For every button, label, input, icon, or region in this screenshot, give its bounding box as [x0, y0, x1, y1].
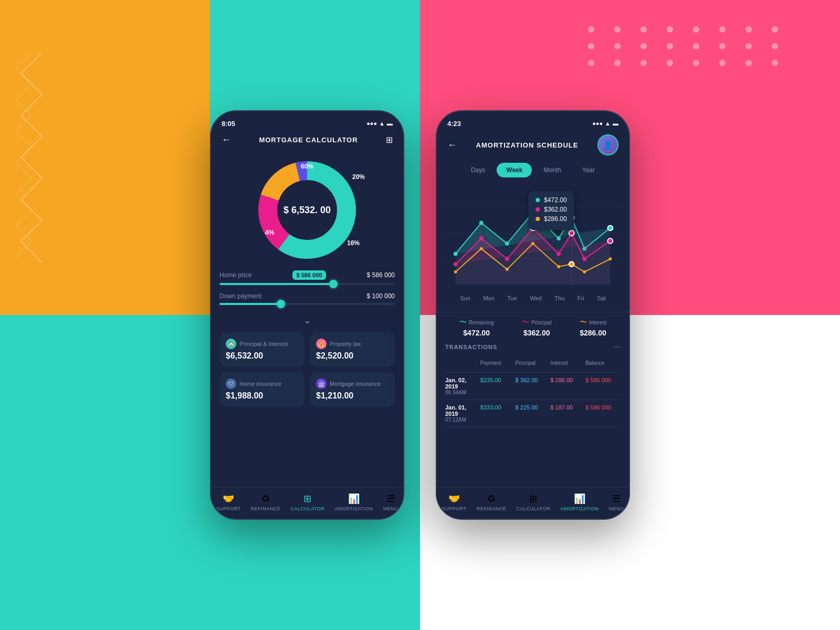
chart-dot-pink-5 — [556, 252, 561, 256]
amortization-icon: 📊 — [348, 493, 360, 505]
tx2-payment: $333.00 — [480, 404, 516, 423]
transactions-section: TRANSACTIONS ··· Payment Principal Inter… — [437, 342, 629, 427]
chart-dot-orange-2 — [480, 247, 483, 250]
home-price-slider-fill — [219, 283, 333, 285]
donut-amount: $ 6,532. 00 — [284, 205, 331, 216]
phone1-filter-icon[interactable]: ⊞ — [386, 135, 393, 145]
refinance-icon-2: ♻ — [487, 493, 496, 505]
nav-refinance-label: REFINaNce — [251, 506, 281, 511]
remaining-value: $472.00 — [459, 329, 494, 337]
nav2-support[interactable]: 🤝 SUPPORT — [442, 493, 467, 511]
support-icon: 🤝 — [223, 493, 234, 505]
nav-menu[interactable]: ☰ MENU — [383, 493, 398, 511]
chart-dot-pink-3 — [505, 257, 509, 261]
calculator-icon: ⊞ — [303, 493, 311, 505]
nav-support-label: SUPPORT — [216, 506, 241, 511]
tax-value: $2,520.00 — [316, 351, 388, 361]
interest-legend-value: $286.00 — [580, 329, 606, 337]
expand-button[interactable]: ⌄ — [219, 312, 395, 328]
chart-tooltip: $472.00 $362.00 $286.00 — [528, 191, 574, 230]
principal-wave-icon: 〜 — [522, 318, 529, 327]
day-wed: Wed — [530, 295, 541, 301]
phone1-notch — [276, 111, 339, 126]
chart-dot-teal-1 — [454, 252, 458, 256]
phone1-back-button[interactable]: ← — [222, 134, 231, 145]
mortgage-ins-label: Mortgage insurance — [330, 381, 381, 387]
insurance-value: $1,988.00 — [226, 391, 298, 401]
phone-mortgage-calculator: 8:05 ●●● ▲ ▬ ← MORTGAGE CALCULATOR ⊞ — [210, 110, 404, 520]
mortgage-ins-icon: 🏦 — [316, 379, 327, 389]
chart-dot-pink-8 — [607, 238, 613, 244]
nav2-amortization-label: AMORTIZATION — [560, 506, 598, 511]
chart-dot-orange-4 — [531, 242, 534, 245]
remaining-wave-icon: 〜 — [459, 318, 467, 327]
phone2-notch — [501, 111, 564, 126]
tab-week[interactable]: Week — [497, 163, 532, 177]
more-options-icon[interactable]: ··· — [614, 342, 621, 352]
remaining-label: Remaining — [469, 320, 494, 326]
period-tabs: Days Week Month Year — [437, 160, 629, 181]
nav-refinance[interactable]: ♻ REFINaNce — [251, 493, 281, 511]
chart-dot-orange-5 — [557, 265, 560, 268]
nav2-menu[interactable]: ☰ MENU — [609, 493, 624, 511]
support-icon-2: 🤝 — [448, 493, 460, 505]
nav-calculator[interactable]: ⊞ CALCULATOR — [290, 493, 324, 511]
phone1-header: ← MORTGAGE CALCULATOR ⊞ — [211, 130, 403, 150]
nav2-calculator[interactable]: ⊞ CALCULATOR — [516, 493, 550, 511]
menu-icon-2: ☰ — [612, 493, 621, 505]
transactions-header: TRANSACTIONS ··· — [445, 342, 621, 352]
mortgage-insurance-card: 🏦 Mortgage insurance $1,210.00 — [310, 372, 395, 407]
nav-menu-label: MENU — [383, 506, 398, 511]
down-payment-slider-thumb[interactable] — [277, 300, 285, 308]
home-price-value: $ 586 000 — [367, 271, 395, 279]
nav-amortization-label: AMORTIZATION — [334, 506, 373, 511]
transactions-title: TRANSACTIONS — [445, 344, 497, 350]
interest-legend-label: Interest — [589, 320, 606, 326]
wifi-icon: ▲ — [379, 120, 385, 127]
nav-support[interactable]: 🤝 SUPPORT — [216, 493, 241, 511]
property-tax-card: 💰 Property tax $2,520.00 — [310, 332, 395, 367]
nav2-amortization[interactable]: 📊 AMORTIZATION — [560, 493, 598, 511]
home-price-badge: $ 586 000 — [292, 270, 327, 280]
chart-day-labels: Sun Mon Tue Wed Thu Fri Sat — [445, 295, 621, 301]
tab-days[interactable]: Days — [461, 163, 495, 177]
chart-dot-pink-7 — [582, 257, 586, 261]
nav2-refinance[interactable]: ♻ REFINaNce — [477, 493, 507, 511]
home-price-slider-thumb[interactable] — [329, 280, 338, 288]
down-payment-slider-fill — [219, 303, 281, 305]
tx1-payment: $235.00 — [480, 377, 516, 395]
tax-icon: 💰 — [316, 339, 327, 349]
principal-label: Principal & Interest — [239, 341, 288, 347]
pct-4: 4% — [265, 229, 274, 236]
tab-month[interactable]: Month — [534, 163, 570, 177]
tx2-date: Jan. 01, 2019 — [445, 404, 480, 417]
col-date-header — [445, 360, 480, 368]
tab-year[interactable]: Year — [573, 163, 604, 177]
chart-dot-orange-1 — [454, 270, 457, 274]
home-price-slider[interactable] — [219, 283, 395, 285]
tooltip-amount-principal: $362.00 — [544, 206, 566, 213]
phone-amortization: 4:23 ●●● ▲ ▬ ← AMORTIZATION SCHEDULE 👤 D… — [436, 110, 630, 520]
tx2-date-cell: Jan. 01, 2019 07:12AM — [445, 404, 480, 423]
nav-amortization[interactable]: 📊 AMORTIZATION — [334, 493, 373, 511]
home-price-label: Home price — [219, 271, 251, 279]
phone2-back-button[interactable]: ← — [447, 140, 457, 151]
amortization-chart: $472.00 $362.00 $286.00 — [437, 181, 629, 312]
avatar-image: 👤 — [598, 135, 617, 154]
signal-icon-2: ●●● — [592, 120, 603, 127]
battery-icon-2: ▬ — [613, 120, 618, 127]
tx1-date-cell: Jan. 02, 2019 06:34AM — [445, 377, 480, 395]
user-avatar[interactable]: 👤 — [597, 134, 618, 155]
down-payment-slider[interactable] — [219, 303, 395, 305]
amortization-icon-2: 📊 — [574, 493, 585, 505]
principal-legend-value: $362.00 — [522, 329, 551, 337]
tooltip-dot-remaining — [536, 198, 540, 202]
pct-20: 20% — [352, 173, 365, 181]
home-price-row: Home price $ 586 000 $ 586 000 — [219, 270, 395, 280]
day-mon: Mon — [483, 295, 494, 301]
chart-dot-pink-1 — [454, 262, 458, 266]
chart-dot-pink-active — [569, 230, 574, 236]
transaction-table-header: Payment Principal Interest Balance — [445, 356, 621, 373]
day-sun: Sun — [460, 295, 470, 301]
phone2-time: 4:23 — [447, 120, 461, 128]
